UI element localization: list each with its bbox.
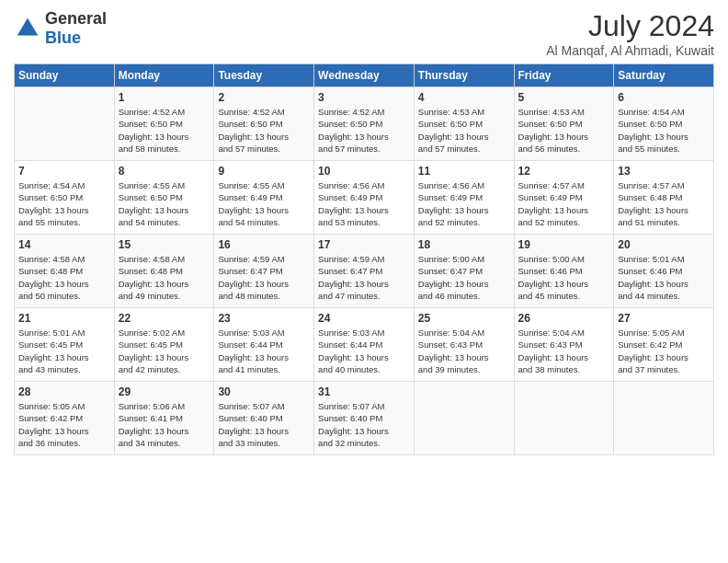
logo-general: General: [45, 9, 107, 28]
day-number: 31: [318, 385, 410, 398]
day-info: Sunrise: 4:57 AM Sunset: 6:49 PM Dayligh…: [518, 179, 610, 228]
day-number: 7: [18, 165, 110, 178]
calendar-cell: [414, 382, 514, 455]
day-info: Sunrise: 4:54 AM Sunset: 6:50 PM Dayligh…: [18, 179, 110, 228]
day-number: 29: [119, 385, 210, 398]
day-number: 22: [119, 312, 210, 325]
day-header-tuesday: Tuesday: [214, 64, 314, 87]
day-number: 15: [119, 238, 210, 251]
header: General Blue July 2024 Al Manqaf, Al Ahm…: [14, 9, 714, 58]
calendar-cell: 6Sunrise: 4:54 AM Sunset: 6:50 PM Daylig…: [614, 87, 714, 161]
day-number: 28: [18, 385, 110, 398]
calendar-cell: 12Sunrise: 4:57 AM Sunset: 6:49 PM Dayli…: [514, 161, 614, 235]
day-number: 30: [218, 385, 310, 398]
day-info: Sunrise: 4:58 AM Sunset: 6:48 PM Dayligh…: [119, 253, 210, 302]
calendar-cell: 17Sunrise: 4:59 AM Sunset: 6:47 PM Dayli…: [314, 235, 415, 308]
day-info: Sunrise: 4:52 AM Sunset: 6:50 PM Dayligh…: [318, 106, 410, 155]
calendar-cell: 3Sunrise: 4:52 AM Sunset: 6:50 PM Daylig…: [314, 87, 415, 161]
svg-marker-1: [28, 18, 38, 36]
day-header-thursday: Thursday: [414, 64, 514, 87]
day-number: 26: [518, 312, 610, 325]
day-info: Sunrise: 5:00 AM Sunset: 6:47 PM Dayligh…: [418, 253, 510, 302]
day-header-saturday: Saturday: [614, 64, 714, 87]
day-number: 10: [318, 165, 410, 178]
calendar-cell: 2Sunrise: 4:52 AM Sunset: 6:50 PM Daylig…: [214, 87, 314, 161]
logo: General Blue: [14, 9, 107, 48]
day-info: Sunrise: 5:04 AM Sunset: 6:43 PM Dayligh…: [518, 327, 610, 375]
calendar-cell: 15Sunrise: 4:58 AM Sunset: 6:48 PM Dayli…: [114, 235, 214, 308]
day-number: 6: [618, 91, 710, 104]
day-info: Sunrise: 5:03 AM Sunset: 6:44 PM Dayligh…: [218, 327, 310, 375]
day-header-friday: Friday: [514, 64, 614, 87]
day-number: 20: [618, 238, 710, 251]
calendar-cell: 20Sunrise: 5:01 AM Sunset: 6:46 PM Dayli…: [614, 235, 714, 308]
logo-icon: [14, 15, 41, 42]
day-number: 24: [318, 312, 410, 325]
header-row: SundayMondayTuesdayWednesdayThursdayFrid…: [15, 64, 714, 87]
day-info: Sunrise: 5:01 AM Sunset: 6:45 PM Dayligh…: [18, 327, 110, 375]
calendar-cell: 16Sunrise: 4:59 AM Sunset: 6:47 PM Dayli…: [214, 235, 314, 308]
day-info: Sunrise: 4:55 AM Sunset: 6:49 PM Dayligh…: [218, 179, 310, 228]
calendar-cell: 22Sunrise: 5:02 AM Sunset: 6:45 PM Dayli…: [114, 308, 214, 382]
day-info: Sunrise: 4:52 AM Sunset: 6:50 PM Dayligh…: [119, 106, 210, 155]
calendar-cell: 19Sunrise: 5:00 AM Sunset: 6:46 PM Dayli…: [514, 235, 614, 308]
day-number: 4: [418, 91, 510, 104]
day-info: Sunrise: 5:05 AM Sunset: 6:42 PM Dayligh…: [18, 400, 110, 449]
calendar-cell: 4Sunrise: 4:53 AM Sunset: 6:50 PM Daylig…: [414, 87, 514, 161]
calendar-cell: 30Sunrise: 5:07 AM Sunset: 6:40 PM Dayli…: [214, 382, 314, 455]
logo-text: General Blue: [45, 9, 107, 48]
calendar-cell: [15, 87, 115, 161]
calendar-table: SundayMondayTuesdayWednesdayThursdayFrid…: [14, 63, 714, 455]
day-info: Sunrise: 4:58 AM Sunset: 6:48 PM Dayligh…: [18, 253, 110, 302]
week-row-5: 28Sunrise: 5:05 AM Sunset: 6:42 PM Dayli…: [15, 382, 714, 455]
title-area: July 2024 Al Manqaf, Al Ahmadi, Kuwait: [546, 9, 714, 58]
calendar-cell: [614, 382, 714, 455]
day-info: Sunrise: 5:02 AM Sunset: 6:45 PM Dayligh…: [119, 327, 210, 375]
calendar-cell: 13Sunrise: 4:57 AM Sunset: 6:48 PM Dayli…: [614, 161, 714, 235]
day-info: Sunrise: 4:54 AM Sunset: 6:50 PM Dayligh…: [618, 106, 710, 155]
week-row-4: 21Sunrise: 5:01 AM Sunset: 6:45 PM Dayli…: [15, 308, 714, 382]
day-number: 27: [618, 312, 710, 325]
calendar-cell: 21Sunrise: 5:01 AM Sunset: 6:45 PM Dayli…: [15, 308, 115, 382]
week-row-3: 14Sunrise: 4:58 AM Sunset: 6:48 PM Dayli…: [15, 235, 714, 308]
calendar-cell: 1Sunrise: 4:52 AM Sunset: 6:50 PM Daylig…: [114, 87, 214, 161]
day-number: 3: [318, 91, 410, 104]
day-info: Sunrise: 5:06 AM Sunset: 6:41 PM Dayligh…: [119, 400, 210, 449]
day-number: 14: [18, 238, 110, 251]
day-number: 17: [318, 238, 410, 251]
day-number: 18: [418, 238, 510, 251]
day-number: 1: [119, 91, 210, 104]
day-number: 5: [518, 91, 610, 104]
week-row-2: 7Sunrise: 4:54 AM Sunset: 6:50 PM Daylig…: [15, 161, 714, 235]
calendar-cell: 23Sunrise: 5:03 AM Sunset: 6:44 PM Dayli…: [214, 308, 314, 382]
month-year: July 2024: [546, 9, 714, 43]
day-info: Sunrise: 5:07 AM Sunset: 6:40 PM Dayligh…: [218, 400, 310, 449]
calendar-cell: 18Sunrise: 5:00 AM Sunset: 6:47 PM Dayli…: [414, 235, 514, 308]
calendar-cell: 29Sunrise: 5:06 AM Sunset: 6:41 PM Dayli…: [114, 382, 214, 455]
day-info: Sunrise: 5:04 AM Sunset: 6:43 PM Dayligh…: [418, 327, 510, 375]
day-info: Sunrise: 5:03 AM Sunset: 6:44 PM Dayligh…: [318, 327, 410, 375]
day-info: Sunrise: 4:56 AM Sunset: 6:49 PM Dayligh…: [318, 179, 410, 228]
day-info: Sunrise: 4:57 AM Sunset: 6:48 PM Dayligh…: [618, 179, 710, 228]
calendar-cell: 26Sunrise: 5:04 AM Sunset: 6:43 PM Dayli…: [514, 308, 614, 382]
location: Al Manqaf, Al Ahmadi, Kuwait: [546, 43, 714, 58]
day-info: Sunrise: 5:00 AM Sunset: 6:46 PM Dayligh…: [518, 253, 610, 302]
day-info: Sunrise: 4:59 AM Sunset: 6:47 PM Dayligh…: [218, 253, 310, 302]
calendar-cell: 7Sunrise: 4:54 AM Sunset: 6:50 PM Daylig…: [15, 161, 115, 235]
day-header-wednesday: Wednesday: [314, 64, 415, 87]
day-number: 2: [218, 91, 310, 104]
day-header-sunday: Sunday: [15, 64, 115, 87]
calendar-cell: 27Sunrise: 5:05 AM Sunset: 6:42 PM Dayli…: [614, 308, 714, 382]
calendar-cell: 14Sunrise: 4:58 AM Sunset: 6:48 PM Dayli…: [15, 235, 115, 308]
day-info: Sunrise: 4:53 AM Sunset: 6:50 PM Dayligh…: [418, 106, 510, 155]
calendar-cell: 25Sunrise: 5:04 AM Sunset: 6:43 PM Dayli…: [414, 308, 514, 382]
calendar-cell: [514, 382, 614, 455]
day-number: 21: [18, 312, 110, 325]
calendar-cell: 11Sunrise: 4:56 AM Sunset: 6:49 PM Dayli…: [414, 161, 514, 235]
day-number: 12: [518, 165, 610, 178]
day-number: 25: [418, 312, 510, 325]
day-info: Sunrise: 5:05 AM Sunset: 6:42 PM Dayligh…: [618, 327, 710, 375]
week-row-1: 1Sunrise: 4:52 AM Sunset: 6:50 PM Daylig…: [15, 87, 714, 161]
day-number: 11: [418, 165, 510, 178]
day-number: 19: [518, 238, 610, 251]
